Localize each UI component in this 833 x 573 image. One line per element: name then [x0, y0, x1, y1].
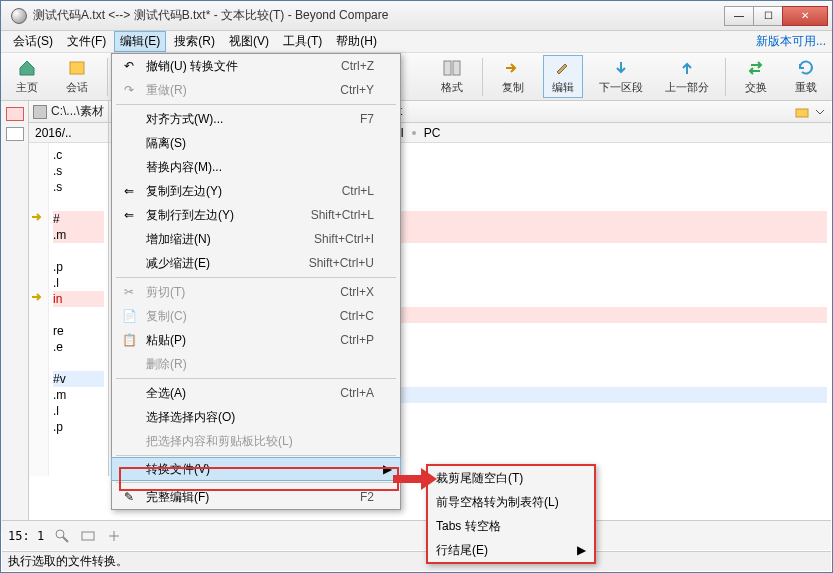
shortcut: Ctrl+Y: [340, 83, 374, 97]
code-line[interactable]: .e: [53, 339, 104, 355]
menu-label: 替换内容(M)...: [146, 159, 374, 176]
menu-item[interactable]: ⇐复制到左边(Y)Ctrl+L: [112, 179, 400, 203]
code-line[interactable]: [53, 355, 104, 371]
diff-filter-icon[interactable]: [6, 107, 24, 121]
code-line[interactable]: [53, 243, 104, 259]
dropdown-icon[interactable]: [813, 105, 827, 119]
maximize-button[interactable]: ☐: [753, 6, 783, 26]
sidebar: [1, 101, 29, 531]
menu-search[interactable]: 搜索(R): [168, 31, 221, 52]
right-os[interactable]: PC: [424, 126, 441, 140]
menu-item[interactable]: ↶撤销(U) 转换文件Ctrl+Z: [112, 54, 400, 78]
edit-dropdown: ↶撤销(U) 转换文件Ctrl+Z↷重做(R)Ctrl+Y对齐方式(W)...F…: [111, 53, 401, 510]
code-line[interactable]: #v: [53, 371, 104, 387]
menu-item[interactable]: 全选(A)Ctrl+A: [112, 381, 400, 405]
copy-left-icon: ⇐: [120, 208, 138, 222]
menu-item[interactable]: 减少缩进(E)Shift+Ctrl+U: [112, 251, 400, 275]
submenu-item[interactable]: 裁剪尾随空白(T): [428, 466, 594, 490]
menu-item[interactable]: 📋粘贴(P)Ctrl+P: [112, 328, 400, 352]
menu-item[interactable]: 增加缩进(N)Shift+Ctrl+I: [112, 227, 400, 251]
menu-item: ✂剪切(T)Ctrl+X: [112, 280, 400, 304]
code-line[interactable]: .s: [53, 179, 104, 195]
reload-icon: [796, 58, 816, 78]
gutter: [29, 143, 49, 476]
code-line[interactable]: .m: [53, 227, 104, 243]
menu-label: 粘贴(P): [146, 332, 312, 349]
paste-icon: 📋: [120, 333, 138, 347]
edit-button[interactable]: 编辑: [543, 55, 583, 98]
menu-label: 完整编辑(F): [146, 489, 332, 506]
minimize-button[interactable]: —: [724, 6, 754, 26]
swap-button[interactable]: 交换: [736, 56, 776, 97]
shortcut: F7: [360, 112, 374, 126]
code-line[interactable]: .l: [53, 403, 104, 419]
menu-label: 对齐方式(W)...: [146, 111, 332, 128]
code-line[interactable]: #: [53, 211, 104, 227]
code-line[interactable]: .l: [53, 275, 104, 291]
close-button[interactable]: ✕: [782, 6, 828, 26]
code-line[interactable]: .p: [53, 259, 104, 275]
menu-item[interactable]: ⇐复制行到左边(Y)Shift+Ctrl+L: [112, 203, 400, 227]
home-button[interactable]: 主页: [7, 56, 47, 97]
tool-icon[interactable]: [80, 528, 96, 544]
window-buttons: — ☐ ✕: [725, 6, 828, 26]
menu-label: 删除(R): [146, 356, 374, 373]
format-icon: [442, 58, 462, 78]
copy-button[interactable]: 复制: [493, 56, 533, 97]
menu-tools[interactable]: 工具(T): [277, 31, 328, 52]
menu-label: 全选(A): [146, 385, 312, 402]
menu-session[interactable]: 会话(S): [7, 31, 59, 52]
code-line[interactable]: [53, 195, 104, 211]
status-strip: 15: 1: [2, 520, 831, 550]
reload-button[interactable]: 重载: [786, 56, 826, 97]
filter-icon[interactable]: [6, 127, 24, 141]
edit-icon: [553, 58, 573, 78]
code-line[interactable]: .c: [53, 147, 104, 163]
menu-label: 把选择内容和剪贴板比较(L): [146, 433, 374, 450]
tool-icon[interactable]: [106, 528, 122, 544]
submenu-arrow-icon: ▶: [576, 543, 586, 557]
copy-left-icon: ⇐: [120, 184, 138, 198]
update-link[interactable]: 新版本可用...: [756, 33, 826, 50]
menu-edit[interactable]: 编辑(E): [114, 31, 166, 52]
menu-file[interactable]: 文件(F): [61, 31, 112, 52]
menu-item: 删除(R): [112, 352, 400, 376]
svg-rect-5: [796, 109, 808, 117]
format-button[interactable]: 格式: [432, 56, 472, 97]
session-button[interactable]: 会话: [57, 56, 97, 97]
menu-item[interactable]: 替换内容(M)...: [112, 155, 400, 179]
submenu-item[interactable]: 前导空格转为制表符(L): [428, 490, 594, 514]
menu-item[interactable]: 对齐方式(W)...F7: [112, 107, 400, 131]
menu-item[interactable]: 选择选择内容(O): [112, 405, 400, 429]
menu-label: 复制行到左边(Y): [146, 207, 283, 224]
menu-separator: [116, 482, 396, 483]
code-line[interactable]: .m: [53, 387, 104, 403]
shortcut: Shift+Ctrl+L: [311, 208, 374, 222]
code-line[interactable]: .s: [53, 163, 104, 179]
tool-icon[interactable]: [54, 528, 70, 544]
submenu-item[interactable]: 行结尾(E)▶: [428, 538, 594, 562]
code-line[interactable]: in: [53, 291, 104, 307]
next-button[interactable]: 下一区段: [593, 56, 649, 97]
browse-icon[interactable]: [795, 105, 809, 119]
menu-item[interactable]: 隔离(S): [112, 131, 400, 155]
code-line[interactable]: re: [53, 323, 104, 339]
convert-submenu: 裁剪尾随空白(T)前导空格转为制表符(L)Tabs 转空格行结尾(E)▶: [426, 464, 596, 564]
shortcut: Ctrl+A: [340, 386, 374, 400]
svg-rect-2: [453, 61, 460, 75]
code-line[interactable]: .p: [53, 419, 104, 435]
menu-help[interactable]: 帮助(H): [330, 31, 383, 52]
menu-label: 复制到左边(Y): [146, 183, 314, 200]
menu-item[interactable]: ✎完整编辑(F)F2: [112, 485, 400, 509]
prev-button[interactable]: 上一部分: [659, 56, 715, 97]
submenu-item[interactable]: Tabs 转空格: [428, 514, 594, 538]
redo-icon: ↷: [120, 83, 138, 97]
left-infobar: 2016/..: [29, 123, 108, 143]
diff-marker-icon: [31, 291, 43, 303]
left-path[interactable]: C:\...\素材: [51, 103, 104, 120]
code-line[interactable]: [53, 307, 104, 323]
sep-dot: [412, 131, 416, 135]
left-code[interactable]: .c.s.s#.m.p.linre.e#v.m.l.p: [29, 143, 108, 476]
menu-item[interactable]: 转换文件(V)▶: [111, 457, 401, 481]
menu-view[interactable]: 视图(V): [223, 31, 275, 52]
